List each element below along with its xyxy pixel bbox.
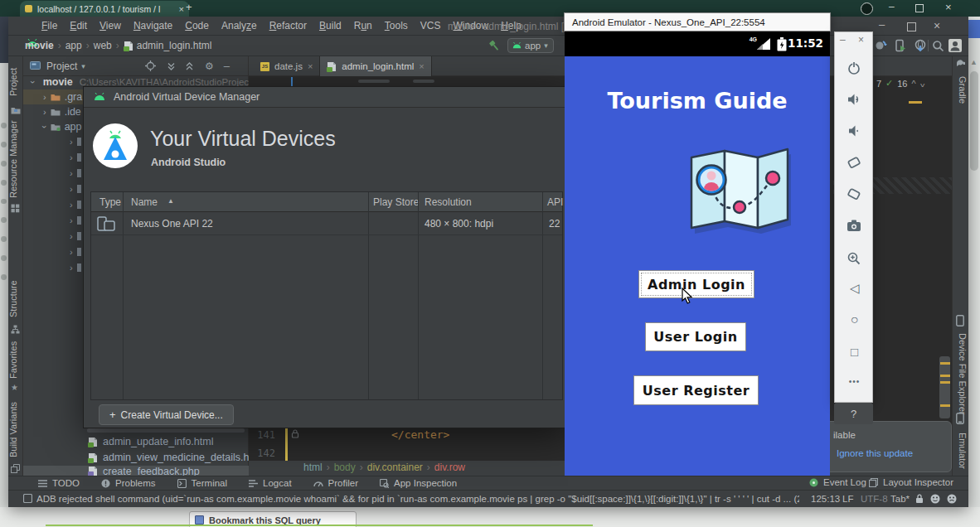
- tree-row-file[interactable]: admin_view_medicine_details.html: [23, 450, 249, 465]
- tab-close-icon[interactable]: ×: [308, 61, 313, 71]
- toolbar-logcat[interactable]: Logcat: [249, 478, 292, 488]
- sidebar-item-device-file-explorer[interactable]: Device File Explorer: [953, 328, 968, 419]
- emulator-window-titlebar[interactable]: Android Emulator - Nexus_One_API_22:5554: [564, 12, 831, 31]
- menu-tools[interactable]: Tools: [385, 20, 408, 31]
- crumb-container[interactable]: div.container: [367, 462, 423, 473]
- tree-row-collapsed[interactable]: ›: [23, 166, 83, 181]
- tree-row-app[interactable]: › app: [23, 119, 83, 134]
- col-api[interactable]: API: [547, 196, 563, 208]
- tree-row-collapsed[interactable]: ›: [23, 213, 83, 228]
- tree-row-collapsed[interactable]: ›: [23, 134, 83, 149]
- lock-icon[interactable]: [915, 494, 924, 504]
- tree-row-idea[interactable]: › .ide: [23, 104, 83, 119]
- ide-minimize-button[interactable]: –: [879, 18, 885, 31]
- menu-edit[interactable]: Edit: [70, 20, 87, 31]
- toolbar-todo[interactable]: TODO: [38, 478, 80, 488]
- build-hammer-icon[interactable]: [488, 39, 501, 52]
- tree-row-collapsed[interactable]: ›: [23, 150, 83, 165]
- col-play-store[interactable]: Play Store: [373, 196, 419, 208]
- encoding-indicator[interactable]: UTF-8: [861, 494, 888, 504]
- admin-login-button[interactable]: Admin Login: [638, 270, 754, 298]
- menu-code[interactable]: Code: [185, 20, 209, 31]
- crumb-html[interactable]: html: [303, 462, 323, 473]
- volume-up-icon[interactable]: [847, 92, 861, 107]
- emulator-screen[interactable]: 4G 11:52 Tourism Guide Admin Login User …: [565, 31, 830, 476]
- menu-run[interactable]: Run: [354, 20, 372, 31]
- rotate-right-icon[interactable]: [846, 186, 862, 202]
- panel-close-icon[interactable]: ×: [858, 34, 864, 46]
- panel-settings-icon[interactable]: ⚙: [205, 60, 214, 72]
- breadcrumb-file[interactable]: admin_login.html: [137, 40, 212, 51]
- search-everywhere-icon[interactable]: [932, 40, 944, 52]
- home-button-icon[interactable]: ○: [835, 312, 874, 327]
- menu-refactor[interactable]: Refactor: [269, 20, 307, 31]
- user-login-button[interactable]: User Login: [645, 322, 746, 351]
- menu-analyze[interactable]: Analyze: [221, 20, 257, 31]
- screenshot-camera-icon[interactable]: [847, 219, 861, 232]
- prev-issue-icon[interactable]: ^: [911, 79, 915, 89]
- toolbar-profiler[interactable]: Profiler: [313, 478, 358, 488]
- code-line[interactable]: </center>: [391, 428, 449, 441]
- tree-row-file[interactable]: admin_update_info.html: [23, 434, 249, 449]
- sidebar-item-build-variants[interactable]: Build Variants: [8, 396, 22, 462]
- avd-dialog-titlebar[interactable]: Android Virtual Device Manager: [84, 87, 567, 108]
- browser-scrollbar-thumb[interactable]: [970, 71, 978, 171]
- toolbar-problems[interactable]: Problems: [101, 478, 156, 488]
- tree-row-collapsed[interactable]: ›: [23, 181, 83, 196]
- sdk-manager-icon[interactable]: [914, 39, 927, 52]
- power-button-icon[interactable]: [847, 60, 861, 75]
- crumb-row[interactable]: div.row: [434, 462, 465, 473]
- tab-close-icon[interactable]: ×: [419, 61, 424, 71]
- browser-maximize-button[interactable]: [915, 4, 924, 12]
- gutter-lock-icon[interactable]: [291, 429, 299, 438]
- menu-navigate[interactable]: Navigate: [133, 20, 172, 31]
- profile-avatar[interactable]: [948, 39, 962, 52]
- new-tab-button[interactable]: +: [186, 1, 192, 13]
- sidebar-item-gradle[interactable]: Gradle: [953, 71, 968, 109]
- back-button-icon[interactable]: ◁: [835, 281, 874, 296]
- ide-maximize-button[interactable]: [907, 22, 916, 31]
- more-options-icon[interactable]: •••: [835, 377, 874, 386]
- sidebar-item-emulator[interactable]: Emulator: [953, 426, 968, 476]
- browser-close-button[interactable]: ×: [945, 1, 952, 13]
- toolbar-app-inspection[interactable]: App Inspection: [380, 478, 457, 488]
- breadcrumb-web[interactable]: web: [94, 40, 112, 51]
- caret-position[interactable]: 125:13: [811, 494, 840, 504]
- browser-tab[interactable]: localhost / 127.0.0.1 / tourism / l ×: [20, 1, 189, 17]
- toolbar-layout-inspector[interactable]: Layout Inspector: [869, 477, 953, 487]
- run-config-selector[interactable]: app ▾: [507, 38, 554, 53]
- status-message[interactable]: ADB rejected shell command (uid=`run-as …: [36, 494, 799, 504]
- rotate-left-icon[interactable]: [846, 154, 862, 171]
- tab-close-icon[interactable]: ×: [179, 4, 184, 14]
- scroll-up-icon[interactable]: ▲: [970, 58, 978, 66]
- breadcrumb-movie[interactable]: movie: [25, 40, 54, 51]
- panel-minimize-icon[interactable]: –: [840, 34, 846, 46]
- tree-row-collapsed[interactable]: ›: [23, 260, 83, 275]
- menu-build[interactable]: Build: [319, 20, 342, 31]
- project-panel-dropdown-icon[interactable]: ▾: [81, 62, 85, 70]
- tab-admin-login-html[interactable]: admin_login.html ×: [320, 56, 431, 76]
- sidebar-item-structure[interactable]: Structure: [8, 275, 22, 323]
- gradle-sync-icon[interactable]: [874, 39, 887, 52]
- toolbar-terminal[interactable]: Terminal: [177, 478, 227, 488]
- project-panel-title[interactable]: Project: [46, 60, 77, 72]
- locate-file-icon[interactable]: [145, 60, 156, 71]
- volume-down-icon[interactable]: [847, 123, 861, 138]
- col-resolution[interactable]: Resolution: [425, 196, 472, 208]
- breadcrumb-app[interactable]: app: [65, 40, 82, 51]
- hide-panel-icon[interactable]: –: [224, 60, 230, 72]
- tree-row-file[interactable]: create_feedback.php: [23, 466, 249, 476]
- tree-row-gradle[interactable]: › .gra: [23, 89, 83, 104]
- user-register-button[interactable]: User Register: [633, 375, 759, 405]
- device-manager-icon[interactable]: [894, 39, 907, 52]
- browser-profile-icon[interactable]: [861, 2, 873, 15]
- crumb-body[interactable]: body: [334, 462, 356, 473]
- tree-row-collapsed[interactable]: ›: [23, 244, 83, 259]
- expand-all-icon[interactable]: [166, 60, 177, 71]
- create-virtual-device-button[interactable]: + Create Virtual Device...: [99, 404, 234, 425]
- ignore-update-link[interactable]: Ignore this update: [837, 448, 913, 458]
- collapse-all-icon[interactable]: [184, 60, 195, 71]
- tree-row-collapsed[interactable]: ›: [23, 229, 83, 244]
- overview-button-icon[interactable]: □: [835, 345, 874, 359]
- tab-date-js[interactable]: JS date.js ×: [254, 56, 320, 76]
